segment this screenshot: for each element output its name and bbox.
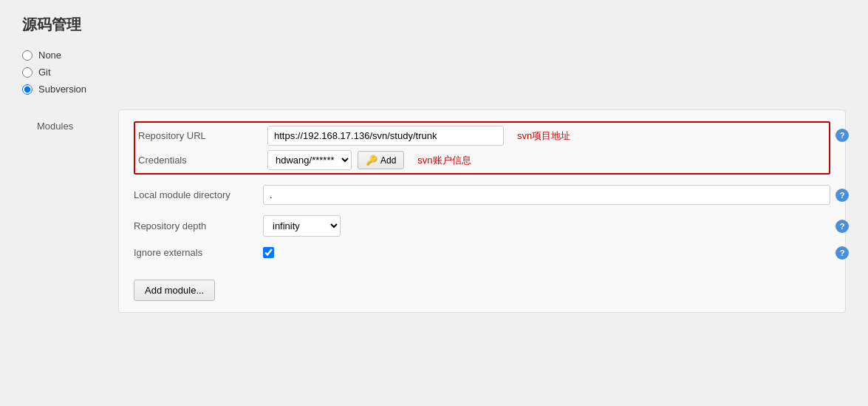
radio-subversion-input[interactable] [22,84,33,95]
ignore-externals-control [263,247,830,258]
credentials-select[interactable]: hdwang/****** [267,150,352,170]
credentials-control: hdwang/****** 🔑 Add svn账户信息 [267,150,826,170]
radio-git[interactable]: Git [22,67,846,78]
credentials-annotation: svn账户信息 [417,154,471,167]
repo-url-annotation: svn项目地址 [517,129,570,143]
repo-url-help-icon[interactable]: ? [835,129,849,142]
radio-git-input[interactable] [22,67,33,78]
repo-url-row: Repository URL svn项目地址 [138,126,826,146]
modules-label: Modules [37,121,73,132]
modules-sidebar: Modules [30,109,118,313]
repo-depth-help-icon[interactable]: ? [835,220,849,233]
radio-none-input[interactable] [22,50,33,61]
ignore-externals-row: Ignore externals ? [134,247,830,258]
credentials-row: Credentials hdwang/****** 🔑 Add [138,150,826,170]
ignore-externals-checkbox[interactable] [263,247,274,258]
scm-options: None Git Subversion ? [22,50,846,95]
repo-depth-row: Repository depth infinity empty files im… [134,215,830,237]
page-title: 源码管理 [22,15,846,35]
add-module-section: Add module... [134,268,830,301]
repo-depth-label: Repository depth [134,220,263,231]
repo-url-control: svn项目地址 [267,126,826,146]
ignore-externals-label: Ignore externals [134,247,263,258]
add-module-button[interactable]: Add module... [134,280,215,301]
local-dir-help-icon[interactable]: ? [835,189,849,202]
add-credentials-button[interactable]: 🔑 Add [358,151,404,169]
repo-depth-select[interactable]: infinity empty files immediates [263,215,341,237]
radio-none-label: None [38,50,61,61]
local-dir-label: Local module directory [134,189,263,200]
radio-git-label: Git [38,67,51,78]
repo-url-credentials-group: Repository URL svn项目地址 Credentials hd [134,121,830,175]
modules-content: Repository URL svn项目地址 Credentials hd [118,109,846,313]
add-btn-label: Add [380,155,396,166]
page-container: 源码管理 None Git Subversion ? Modules [0,0,868,328]
radio-subversion[interactable]: Subversion [22,84,86,95]
local-dir-row: Local module directory ? [134,185,830,205]
repo-url-input[interactable] [267,126,504,146]
repo-url-label: Repository URL [138,130,267,141]
key-icon: 🔑 [366,155,377,166]
credentials-label: Credentials [138,155,267,166]
radio-none[interactable]: None [22,50,846,61]
ignore-externals-help-icon[interactable]: ? [835,246,849,260]
repo-depth-control: infinity empty files immediates [263,215,830,237]
local-dir-input[interactable] [263,185,830,205]
subversion-section: Modules Repository URL svn项目地址 [30,109,846,313]
add-module-label: Add module... [145,285,204,296]
radio-subversion-row: Subversion ? [22,84,846,95]
radio-subversion-label: Subversion [38,84,86,95]
credentials-input-group: hdwang/****** 🔑 Add [267,150,404,170]
local-dir-control [263,185,830,205]
